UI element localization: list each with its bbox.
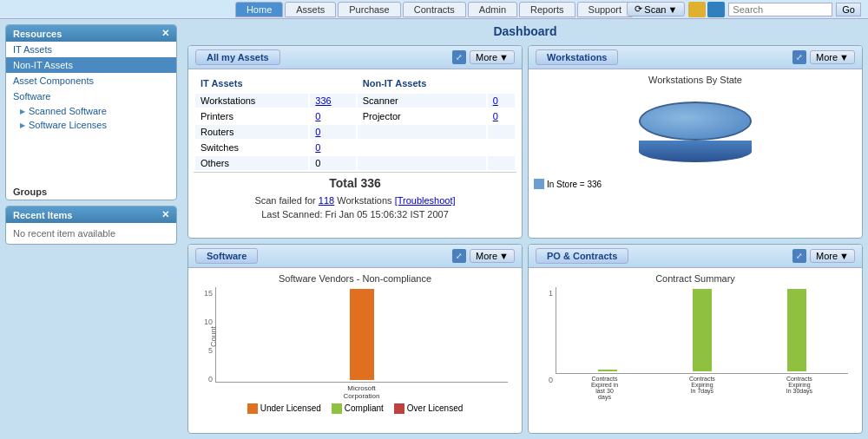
- expand-icon[interactable]: ⤢: [452, 50, 466, 64]
- right-controls: ⟳ Scan ▼ Go: [627, 2, 861, 17]
- row-label: Routers: [195, 125, 308, 139]
- pie-disk-side: [639, 141, 752, 162]
- recent-collapse-icon[interactable]: ✕: [161, 209, 169, 220]
- row-it-value: 0: [310, 156, 355, 170]
- sw-legend-color-over: [394, 403, 404, 414]
- go-button[interactable]: Go: [836, 3, 861, 16]
- tab-admin[interactable]: Admin: [468, 2, 517, 17]
- it-assets-header: IT Assets: [195, 76, 308, 92]
- table-row: Routers 0: [195, 125, 515, 139]
- tab-support[interactable]: Support: [577, 2, 634, 17]
- sw-legend-color-compliant: [332, 403, 342, 414]
- software-expand-icon[interactable]: ⤢: [452, 249, 466, 263]
- software-bar: [350, 289, 374, 380]
- workstations-more-button[interactable]: More ▼: [810, 50, 855, 64]
- troubleshoot-link[interactable]: [Troubleshoot]: [395, 195, 456, 206]
- non-it-assets-header: Non-IT Assets: [358, 76, 486, 92]
- row-non-it-label: [358, 125, 486, 139]
- contract-bar-2: [693, 289, 712, 371]
- scan-date: Last Scanned: Fri Jan 05 15:06:32 IST 20…: [194, 207, 516, 221]
- all-assets-more-button[interactable]: More ▼: [470, 50, 515, 64]
- po-bars-container: [556, 287, 848, 374]
- workstations-chevron-icon: ▼: [839, 52, 849, 62]
- po-x-label-2: ContractsExpiringIn 7days: [689, 376, 715, 400]
- software-chevron-icon: ▼: [499, 251, 509, 261]
- top-navigation: Home Assets Purchase Contracts Admin Rep…: [0, 0, 868, 19]
- sidebar-item-non-it-assets[interactable]: Non-IT Assets: [6, 57, 176, 73]
- groups-label: Groups: [6, 184, 176, 200]
- contract-bar-1: [598, 370, 617, 371]
- row-it-link[interactable]: 0: [315, 111, 320, 121]
- software-more-button[interactable]: More ▼: [470, 249, 515, 263]
- sw-legend-compliant: Compliant: [332, 403, 384, 414]
- all-assets-body: IT Assets Non-IT Assets Workstations 336…: [188, 69, 522, 238]
- po-expand-icon[interactable]: ⤢: [792, 249, 806, 263]
- software-body: Software Vendors - Non-compliance 15 10 …: [188, 268, 522, 434]
- table-row: Workstations 336 Scanner 0: [195, 94, 515, 108]
- po-x-label-1: ContractsExpired inlast 30days: [591, 376, 618, 400]
- row-non-it-link[interactable]: 0: [493, 95, 498, 106]
- pie-disk-top: [639, 102, 752, 141]
- tab-reports[interactable]: Reports: [519, 2, 575, 17]
- row-it-link[interactable]: 336: [315, 95, 331, 106]
- workstations-body: Workstations By State In Store = 336: [529, 69, 862, 238]
- icon-group: [688, 2, 725, 17]
- dashboard-grid: All my Assets ⤢ More ▼ IT Assets: [187, 45, 863, 434]
- all-assets-header: All my Assets ⤢ More ▼: [188, 46, 522, 69]
- legend-item: In Store = 336: [534, 179, 602, 189]
- po-contracts-button[interactable]: PO & Contracts: [536, 248, 628, 264]
- row-it-link[interactable]: 0: [315, 142, 320, 153]
- total-row: Total 336: [194, 172, 516, 193]
- scan-button[interactable]: ⟳ Scan ▼: [627, 2, 685, 16]
- workstations-header: Workstations ⤢ More ▼: [529, 46, 862, 69]
- software-button[interactable]: Software: [195, 248, 258, 264]
- row-it-link[interactable]: 0: [315, 127, 320, 137]
- sw-legend-color-under: [247, 403, 258, 414]
- po-x-labels: ContractsExpired inlast 30days Contracts…: [556, 374, 848, 400]
- software-chart: 15 10 5 0 Count Micro: [194, 287, 516, 400]
- workstations-button[interactable]: Workstations: [536, 49, 618, 65]
- software-chart-area: Count MicrosoftCorporation: [215, 287, 508, 400]
- row-label: Switches: [195, 141, 308, 154]
- workstations-chart-title: Workstations By State: [534, 75, 857, 85]
- software-header: Software ⤢ More ▼: [188, 245, 522, 268]
- collapse-icon[interactable]: ✕: [161, 28, 169, 39]
- po-contracts-header: PO & Contracts ⤢ More ▼: [529, 245, 862, 268]
- sidebar: Resources ✕ IT Assets Non-IT Assets Asse…: [0, 19, 182, 439]
- sw-legend-over: Over Licensed: [394, 403, 463, 414]
- contract-bar-wrapper-2: [693, 289, 712, 371]
- search-input[interactable]: [728, 3, 832, 16]
- assets-table: IT Assets Non-IT Assets Workstations 336…: [194, 75, 516, 172]
- workstations-actions: ⤢ More ▼: [792, 50, 855, 64]
- row-non-it-label: Scanner: [358, 94, 486, 108]
- po-contracts-more-button[interactable]: More ▼: [810, 249, 855, 263]
- sidebar-item-software[interactable]: Software: [6, 88, 176, 104]
- contract-bar-3: [787, 289, 806, 371]
- main-layout: Resources ✕ IT Assets Non-IT Assets Asse…: [0, 19, 868, 439]
- row-label: Workstations: [195, 94, 308, 108]
- legend-color-in-store: [534, 179, 544, 189]
- tab-assets[interactable]: Assets: [285, 2, 336, 17]
- row-non-it-link[interactable]: 0: [493, 111, 498, 121]
- sidebar-item-software-licenses[interactable]: Software Licenses: [6, 118, 176, 132]
- tab-home[interactable]: Home: [235, 2, 283, 17]
- contract-bar-wrapper-3: [787, 289, 806, 371]
- sidebar-item-asset-components[interactable]: Asset Components: [6, 73, 176, 88]
- globe-icon: [707, 2, 725, 17]
- workstations-card: Workstations ⤢ More ▼ Workstations By St…: [528, 45, 863, 239]
- po-contracts-card: PO & Contracts ⤢ More ▼ Contract Summary…: [528, 244, 863, 435]
- resources-header: Resources ✕: [6, 25, 176, 42]
- bar-wrapper: [350, 289, 374, 380]
- po-chart: 1 0: [534, 287, 857, 400]
- tab-purchase[interactable]: Purchase: [338, 2, 400, 17]
- po-contracts-body: Contract Summary 1 0: [529, 268, 862, 434]
- tab-contracts[interactable]: Contracts: [403, 2, 466, 17]
- sidebar-item-scanned-software[interactable]: Scanned Software: [6, 104, 176, 118]
- workstations-expand-icon[interactable]: ⤢: [792, 50, 806, 64]
- scan-count-link[interactable]: 118: [319, 195, 334, 206]
- all-assets-button[interactable]: All my Assets: [195, 49, 280, 65]
- sidebar-item-it-assets[interactable]: IT Assets: [6, 42, 176, 57]
- row-label: Others: [195, 156, 308, 170]
- scan-info: Scan failed for 118 Workstations [Troubl…: [194, 193, 516, 207]
- recent-items-section: Recent Items ✕ No recent item available: [5, 206, 177, 245]
